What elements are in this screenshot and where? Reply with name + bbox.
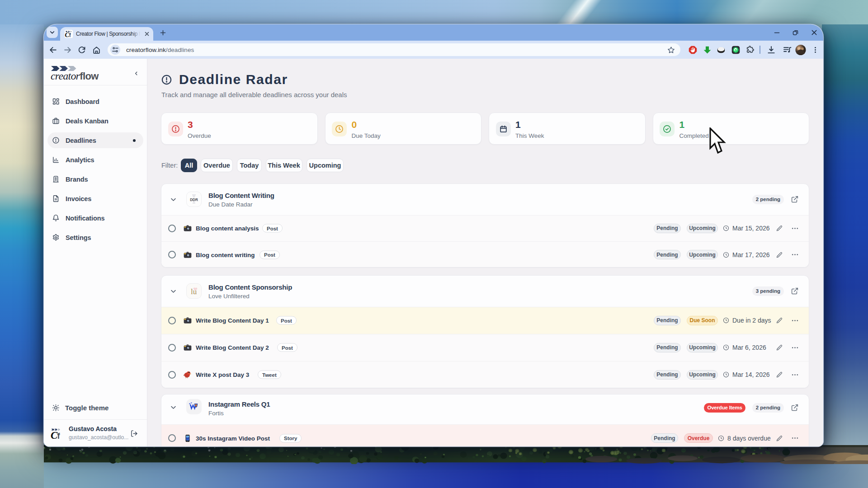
svg-text:lu: lu [191,287,197,296]
svg-text:DDR: DDR [190,198,198,202]
svg-text:f: f [69,32,71,38]
svg-text:f: f [57,432,61,440]
